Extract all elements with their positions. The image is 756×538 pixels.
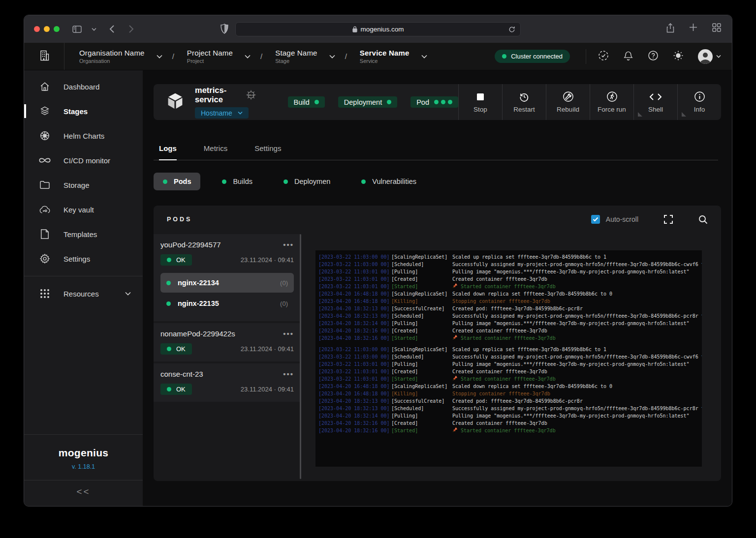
breadcrumb-project-name[interactable]: Project NameProject	[187, 49, 260, 64]
helm-badge-icon: HELM	[246, 90, 256, 100]
breadcrumb-service-name[interactable]: Service NameService	[360, 49, 437, 64]
log-line: [2023-04-20 18:32:16 00][Started]Started…	[318, 427, 702, 434]
log-message: Created container fffteee-3qr7db	[452, 327, 702, 334]
theme-toggle-sun-icon[interactable]	[673, 50, 684, 63]
log-event-tag: [Killing]	[391, 390, 452, 397]
autoscroll-checkbox[interactable]	[591, 215, 600, 224]
log-timestamp: [2023-04-20 18:32:13 00]	[318, 312, 391, 320]
pod-status-label: OK	[176, 345, 186, 353]
organisation-logo-button[interactable]	[24, 43, 64, 70]
more-options-icon[interactable]: •••	[283, 243, 294, 247]
log-message: Started container fffteee-3qr7db	[452, 283, 702, 290]
shell-button[interactable]: Shell	[633, 84, 677, 120]
container-row-nginx-22134[interactable]: nginx-22134(0)	[160, 273, 294, 293]
chevron-down-icon[interactable]	[92, 28, 96, 31]
container-row-nginx-22135[interactable]: nginx-22135(0)	[160, 294, 294, 313]
log-message: Created container fffteee-3qr7db	[452, 419, 702, 427]
filter-pill-vulnerabilities[interactable]: Vulnerabilities	[352, 173, 426, 190]
chevron-down-icon	[716, 55, 721, 58]
fullscreen-icon[interactable]	[664, 215, 673, 224]
pod-list-scrollbar[interactable]	[300, 234, 301, 479]
pod-card-youpod-22994577[interactable]: youPod-22994577•••OK23.11.2024 · 09:41ng…	[154, 234, 301, 321]
filter-pill-builds[interactable]: Builds	[213, 173, 262, 190]
log-timestamp: [2023-03-22 11:03:01 00]	[318, 375, 391, 383]
help-icon[interactable]	[648, 50, 659, 63]
log-message: Scaled down replica set fffteee-3qr7db-8…	[452, 383, 702, 390]
tab-metrics[interactable]: Metrics	[204, 144, 227, 160]
log-line: [2023-03-22 11:03:01 00][Started]Started…	[318, 375, 702, 383]
filter-pill-deploymen[interactable]: Deploymen	[274, 173, 340, 190]
reload-icon[interactable]	[508, 26, 515, 35]
user-menu[interactable]	[698, 49, 721, 64]
log-line: [2023-04-20 18:32:13 00][Scheduled]Succe…	[318, 405, 702, 412]
status-badge-pod[interactable]: Pod	[410, 96, 458, 108]
pod-timestamp: 23.11.2024 · 09:41	[241, 386, 294, 393]
filter-pill-label: Builds	[233, 178, 252, 185]
sidebar-item-settings[interactable]: Settings	[24, 246, 143, 271]
log-event-tag: [ScalingReplicaSet]	[391, 383, 452, 390]
cluster-status-label: Cluster connected	[511, 53, 563, 60]
breadcrumb-stage-name[interactable]: Stage NameStage	[275, 49, 345, 64]
log-message: Stopping container fffteee-3qr7db	[452, 390, 702, 397]
log-line: [2023-03-22 11:03:00 00][Scheduled]Succe…	[318, 261, 702, 268]
close-window-button[interactable]	[34, 26, 40, 32]
rocket-icon	[452, 375, 458, 383]
maximize-window-button[interactable]	[54, 26, 60, 32]
log-line: [2023-03-22 11:03:01 00][Created]Created…	[318, 275, 702, 283]
restart-button[interactable]: Restart	[502, 84, 546, 120]
status-dot	[434, 100, 439, 104]
task-status-icon[interactable]	[598, 50, 609, 63]
sidebar-item-storage[interactable]: Storage	[24, 173, 143, 197]
sidebar-item-resources[interactable]: Resources	[24, 281, 143, 306]
sidebar-item-stages[interactable]: Stages	[24, 99, 143, 123]
more-options-icon[interactable]: •••	[283, 372, 294, 376]
log-timestamp: [2023-04-20 18:32:14 00]	[318, 412, 391, 419]
log-line: [2023-03-22 11:03:00 00][Scheduled]Succe…	[318, 353, 702, 360]
status-badge-deployment[interactable]: Deployment	[338, 96, 397, 108]
search-icon[interactable]	[698, 215, 708, 224]
breadcrumb-title: Service Name	[360, 49, 410, 57]
sidebar-toggle-icon[interactable]	[72, 26, 82, 33]
sidebar-item-dashboard[interactable]: Dashboard	[24, 74, 143, 99]
pod-card-nonamepod-2299422s[interactable]: nonamePod-2299422s•••OK23.11.2024 · 09:4…	[154, 323, 301, 361]
sidebar-item-templates[interactable]: Templates	[24, 222, 143, 246]
pod-card-conse-cnt-23[interactable]: conse-cnt-23•••OK23.11.2024 · 09:41	[154, 363, 301, 402]
address-bar[interactable]: mogenius.com	[235, 22, 521, 36]
log-message: Stopping container fffteee-3qr7db	[452, 298, 702, 305]
log-line: [2023-04-20 16:48:18 00][Killing]Stoppin…	[318, 390, 702, 397]
sidebar-item-ci-cd-monitor[interactable]: CI/CD monitor	[24, 148, 143, 173]
tab-settings[interactable]: Settings	[254, 144, 281, 160]
force-run-button[interactable]: Force run	[590, 84, 633, 120]
privacy-shield-icon[interactable]	[220, 24, 228, 36]
notifications-bell-icon[interactable]	[623, 50, 633, 63]
forward-button[interactable]	[128, 25, 134, 33]
breadcrumb-separator: /	[260, 52, 262, 60]
rebuild-button[interactable]: Rebuild	[546, 84, 590, 120]
pods-panel: PODS Auto-scroll	[154, 206, 721, 481]
filter-pill-label: Vulnerabilities	[372, 178, 416, 185]
new-tab-icon[interactable]	[689, 23, 697, 35]
log-output[interactable]: [2023-03-22 11:03:00 00][ScalingReplicaS…	[315, 250, 702, 467]
tab-overview-icon[interactable]	[712, 23, 721, 35]
cluster-status-dot	[502, 54, 506, 59]
status-badge-build[interactable]: Build	[288, 96, 325, 108]
rocket-icon	[452, 283, 458, 290]
back-button[interactable]	[109, 25, 115, 33]
info-button[interactable]: Info	[677, 84, 721, 120]
sidebar-item-helm-charts[interactable]: Helm Charts	[24, 123, 143, 148]
log-event-tag: [Created]	[391, 419, 452, 427]
more-options-icon[interactable]: •••	[283, 332, 294, 336]
filter-pill-pods[interactable]: Pods	[154, 173, 200, 190]
log-timestamp: [2023-04-20 18:32:16 00]	[318, 334, 391, 342]
minimize-window-button[interactable]	[44, 26, 50, 32]
hostname-dropdown[interactable]: Hostname	[195, 107, 249, 119]
sidebar-collapse-button[interactable]: <<	[24, 480, 143, 507]
breadcrumb-organisation-name[interactable]: Organisation NameOrganisation	[79, 49, 172, 64]
tab-logs[interactable]: Logs	[159, 144, 177, 160]
log-event-tag: [ScalingReplicaSet]	[391, 253, 452, 261]
stop-button[interactable]: Stop	[458, 84, 502, 120]
log-event-tag: [Scheduled]	[391, 312, 452, 320]
share-icon[interactable]	[666, 23, 674, 35]
sidebar-item-key-vault[interactable]: Key vault	[24, 197, 143, 222]
pod-status-badge: OK	[160, 254, 192, 266]
